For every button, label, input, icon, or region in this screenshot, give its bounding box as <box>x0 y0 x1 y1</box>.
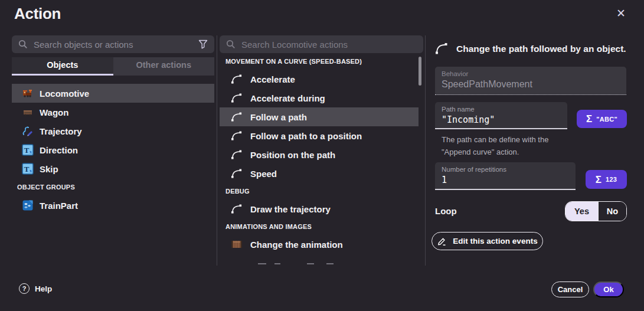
svg-text:T: T <box>24 146 30 155</box>
repetitions-label: Number of repetitions <box>442 166 569 173</box>
object-groups-header: OBJECT GROUPS <box>12 178 214 196</box>
panel-divider <box>217 35 217 266</box>
loop-toggle: Yes No <box>565 201 627 221</box>
expression-button-label: 123 <box>606 176 617 183</box>
curve-icon <box>230 74 243 84</box>
path-name-label: Path name <box>442 106 561 113</box>
curve-icon <box>230 168 243 179</box>
trajectory-icon <box>22 125 34 137</box>
action-row-speed[interactable]: Speed <box>220 164 419 183</box>
object-label: Skip <box>40 164 58 174</box>
wagon-icon <box>22 106 34 118</box>
filter-icon[interactable] <box>198 40 208 49</box>
object-row-wagon[interactable]: Wagon <box>12 103 214 122</box>
action-label: Follow a path to a position <box>250 131 362 141</box>
action-label: Accelerate during <box>250 93 325 103</box>
action-label: Accelerate <box>250 74 295 84</box>
text-object-icon: T x <box>22 144 34 156</box>
object-row-skip[interactable]: T x Skip <box>12 159 214 178</box>
path-name-input[interactable] <box>442 114 561 125</box>
action-description: Change the path followed by an object. <box>456 44 626 54</box>
action-row-position-on-the-path[interactable]: Position on the path <box>220 145 419 164</box>
actions-search[interactable] <box>220 35 423 53</box>
action-label: Draw the trajectory <box>250 204 331 214</box>
behavior-field-value: SpeedPathMovement <box>442 79 620 90</box>
object-row-trajectory[interactable]: Trajectory <box>12 122 214 140</box>
curve-icon <box>434 42 449 55</box>
objects-search-input[interactable] <box>34 40 192 50</box>
curve-icon <box>230 130 243 141</box>
loop-toggle-yes[interactable]: Yes <box>565 202 598 221</box>
search-icon <box>18 40 28 49</box>
text-object-icon: T x <box>22 163 34 175</box>
object-row-direction[interactable]: T x Direction <box>12 140 214 159</box>
search-icon <box>226 40 236 49</box>
action-label: Speed <box>250 169 277 179</box>
ok-button[interactable]: Ok <box>593 281 624 297</box>
behavior-field-label: Behavior <box>442 70 620 77</box>
actions-search-input[interactable] <box>241 40 417 50</box>
sigma-icon: Σ <box>596 175 601 185</box>
loop-label: Loop <box>435 206 457 216</box>
page-title: Action <box>14 5 61 23</box>
action-row-change-the-animation[interactable]: Change the animation <box>220 235 419 254</box>
object-label: Trajectory <box>40 126 82 136</box>
object-label: Direction <box>40 145 78 155</box>
tab-objects[interactable]: Objects <box>12 57 113 76</box>
edit-button-label: Edit this action events <box>453 237 537 245</box>
object-row-trainpart[interactable]: TrainPart <box>12 196 214 215</box>
curve-icon <box>230 112 243 122</box>
close-icon[interactable]: ✕ <box>616 8 626 19</box>
svg-text:T: T <box>24 165 30 173</box>
svg-text:x: x <box>30 168 32 173</box>
cancel-button[interactable]: Cancel <box>551 281 589 297</box>
help-label: Help <box>35 284 52 293</box>
action-row-accelerate-during[interactable]: Accelerate during <box>220 89 419 107</box>
expression-button-label: "ABC" <box>596 116 617 123</box>
sigma-icon: Σ <box>586 114 592 124</box>
object-row-locomotive[interactable]: Locomotive <box>12 84 214 103</box>
action-row-draw-the-trajectory[interactable]: Draw the trajectory <box>220 199 419 218</box>
repetitions-field[interactable]: Number of repetitions <box>435 162 576 190</box>
locomotive-icon <box>22 87 34 99</box>
curve-icon <box>230 93 243 103</box>
section-header: MOVEMENT ON A CURVE (SPEED-BASED) <box>220 53 419 70</box>
action-label: Change the animation <box>250 240 343 250</box>
svg-text:x: x <box>30 149 32 155</box>
edit-action-events-button[interactable]: Edit this action events <box>431 232 543 250</box>
curve-icon <box>230 149 243 160</box>
action-row-follow-a-path[interactable]: Follow a path <box>220 107 419 126</box>
section-header: ANIMATIONS AND IMAGES <box>220 218 419 235</box>
action-list: MOVEMENT ON A CURVE (SPEED-BASED) Accele… <box>220 53 419 266</box>
group-icon <box>22 199 34 211</box>
film-icon <box>230 239 243 250</box>
object-label: Locomotive <box>40 89 89 99</box>
panel-divider <box>425 35 426 266</box>
left-tabs: Objects Other actions <box>12 57 214 76</box>
object-label: TrainPart <box>40 201 78 211</box>
object-label: Wagon <box>40 107 68 117</box>
help-button[interactable]: ? Help <box>19 283 52 294</box>
action-row-accelerate[interactable]: Accelerate <box>220 70 419 89</box>
tab-other-actions[interactable]: Other actions <box>113 57 215 76</box>
loop-toggle-no[interactable]: No <box>598 202 626 221</box>
repetitions-input[interactable] <box>442 175 569 185</box>
action-label: Follow a path <box>250 112 307 122</box>
behavior-field: Behavior SpeedPathMovement <box>435 67 626 95</box>
number-expression-button[interactable]: Σ 123 <box>586 170 627 189</box>
action-row-follow-a-path-to-a-position[interactable]: Follow a path to a position <box>220 126 419 145</box>
pencil-icon <box>437 237 447 246</box>
object-list: Locomotive Wagon Trajectory T x Directio… <box>12 84 214 215</box>
help-icon: ? <box>19 283 30 294</box>
section-header: DEBUG <box>220 183 419 199</box>
path-help-text: The path can be define with the "Append … <box>442 134 548 158</box>
objects-search[interactable] <box>12 35 214 53</box>
scrollbar-thumb[interactable] <box>419 57 421 86</box>
action-label: Position on the path <box>250 150 335 160</box>
path-name-field[interactable]: Path name <box>435 102 567 129</box>
curve-icon <box>230 204 243 214</box>
string-expression-button[interactable]: Σ "ABC" <box>577 110 627 128</box>
